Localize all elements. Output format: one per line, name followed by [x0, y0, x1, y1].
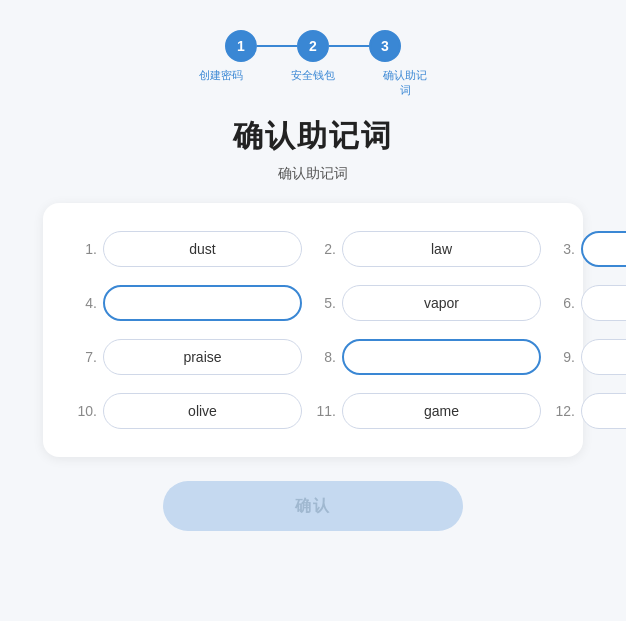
word-index-2: 2.	[314, 241, 336, 257]
step-line-1	[257, 45, 297, 47]
word-input-2[interactable]	[342, 231, 541, 267]
step-2-label: 安全钱包	[287, 68, 339, 83]
word-input-5[interactable]	[342, 285, 541, 321]
word-grid: 1.2.3.4.5.6.7.8.9.10.11.12.	[75, 231, 551, 429]
word-row-5: 5.	[314, 285, 541, 321]
step-3-label: 确认助记词	[379, 68, 431, 98]
sub-title: 确认助记词	[278, 165, 348, 183]
step-2-circle: 2	[297, 30, 329, 62]
word-index-3: 3.	[553, 241, 575, 257]
page-wrapper: 1 2 3 创建密码 安全钱包 确认助记词 确认助记词 确认助记词 1.2.3.…	[0, 0, 626, 621]
word-row-2: 2.	[314, 231, 541, 267]
word-row-6: 6.	[553, 285, 626, 321]
word-input-9[interactable]	[581, 339, 626, 375]
step-1-circle: 1	[225, 30, 257, 62]
word-input-10[interactable]	[103, 393, 302, 429]
word-row-10: 10.	[75, 393, 302, 429]
confirm-button[interactable]: 确认	[163, 481, 463, 531]
word-row-11: 11.	[314, 393, 541, 429]
word-input-4[interactable]	[103, 285, 302, 321]
word-input-11[interactable]	[342, 393, 541, 429]
word-row-8: 8.	[314, 339, 541, 375]
word-index-12: 12.	[553, 403, 575, 419]
word-input-12[interactable]	[581, 393, 626, 429]
word-input-8[interactable]	[342, 339, 541, 375]
stepper-labels: 创建密码 安全钱包 确认助记词	[195, 68, 431, 98]
word-input-1[interactable]	[103, 231, 302, 267]
word-index-10: 10.	[75, 403, 97, 419]
stepper-circles: 1 2 3	[225, 30, 401, 62]
word-input-7[interactable]	[103, 339, 302, 375]
word-index-11: 11.	[314, 403, 336, 419]
word-index-6: 6.	[553, 295, 575, 311]
word-row-9: 9.	[553, 339, 626, 375]
word-row-7: 7.	[75, 339, 302, 375]
step-1-label: 创建密码	[195, 68, 247, 83]
mnemonic-card: 1.2.3.4.5.6.7.8.9.10.11.12.	[43, 203, 583, 457]
word-index-7: 7.	[75, 349, 97, 365]
word-index-8: 8.	[314, 349, 336, 365]
word-index-1: 1.	[75, 241, 97, 257]
word-input-6[interactable]	[581, 285, 626, 321]
step-3-circle: 3	[369, 30, 401, 62]
word-index-9: 9.	[553, 349, 575, 365]
main-title: 确认助记词	[233, 116, 393, 157]
word-row-1: 1.	[75, 231, 302, 267]
word-row-3: 3.	[553, 231, 626, 267]
stepper: 1 2 3 创建密码 安全钱包 确认助记词	[195, 30, 431, 98]
word-index-4: 4.	[75, 295, 97, 311]
word-index-5: 5.	[314, 295, 336, 311]
word-row-4: 4.	[75, 285, 302, 321]
step-line-2	[329, 45, 369, 47]
word-input-3[interactable]	[581, 231, 626, 267]
word-row-12: 12.	[553, 393, 626, 429]
